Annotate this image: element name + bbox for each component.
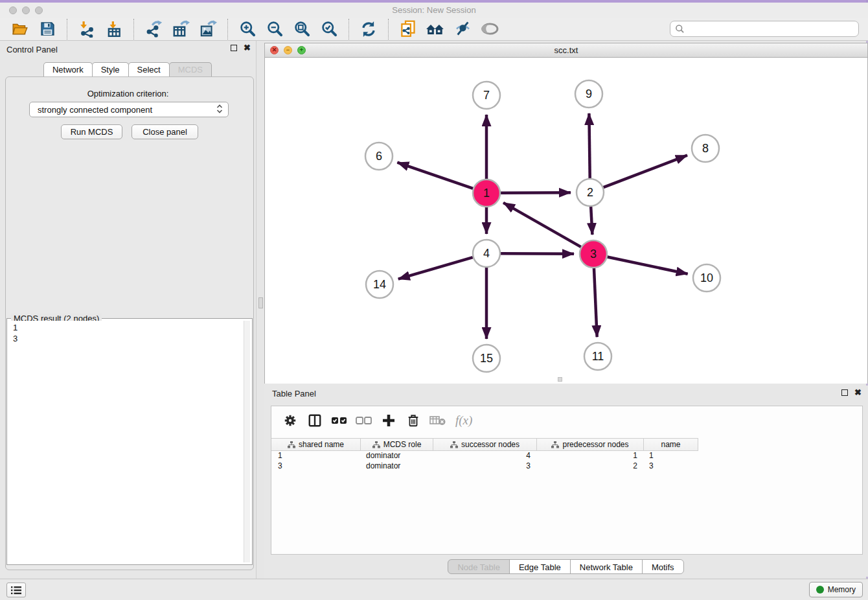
column-header-MCDS-role[interactable]: MCDS role — [361, 439, 433, 450]
graph-node-14[interactable]: 14 — [366, 271, 393, 298]
graph-node-8[interactable]: 8 — [692, 135, 719, 162]
graph-edge-3-1[interactable] — [503, 203, 581, 247]
graph-node-6[interactable]: 6 — [365, 143, 393, 170]
graph-edge-3-11[interactable] — [594, 268, 597, 337]
network-canvas[interactable]: 7968124314101511 — [265, 58, 867, 384]
table-panel-title: Table Panel — [272, 389, 316, 398]
float-table-panel-icon[interactable] — [841, 389, 848, 396]
criterion-value: strongly connected component — [38, 105, 152, 115]
column-header-predecessor-nodes[interactable]: predecessor nodes — [537, 439, 644, 450]
search-icon — [675, 24, 685, 34]
hide-graphics-eye-icon[interactable] — [453, 19, 472, 39]
application-window: Session: New Session — [0, 0, 868, 600]
copy-network-icon[interactable] — [398, 19, 418, 39]
overview-eye-icon[interactable] — [480, 19, 499, 39]
column-header-name[interactable]: name — [644, 439, 698, 450]
export-table-icon[interactable] — [171, 19, 190, 39]
tab-select[interactable]: Select — [128, 62, 170, 76]
graph-edge-2-3[interactable] — [591, 207, 592, 235]
graph-node-3[interactable]: 3 — [580, 240, 607, 268]
float-panel-icon[interactable] — [231, 45, 237, 51]
graph-node-1[interactable]: 1 — [473, 179, 500, 207]
result-scrollbar[interactable] — [244, 321, 250, 562]
import-table-icon[interactable] — [104, 19, 124, 39]
home-view-icon[interactable] — [426, 19, 445, 39]
zoom-selected-icon[interactable] — [319, 19, 339, 39]
column-header-label: successor nodes — [461, 440, 520, 449]
settings-gear-icon[interactable] — [280, 411, 300, 430]
export-image-icon[interactable] — [198, 19, 218, 39]
tab-network[interactable]: Network — [43, 62, 93, 76]
graph-node-7[interactable]: 7 — [473, 82, 500, 109]
column-header-shared-name[interactable]: shared name — [271, 439, 361, 450]
tab-motifs[interactable]: Motifs — [642, 559, 684, 574]
graph-edge-2-9[interactable] — [589, 113, 589, 178]
hierarchy-icon — [288, 441, 295, 448]
graph-edge-3-10[interactable] — [608, 257, 688, 274]
delete-table-icon[interactable] — [428, 411, 448, 430]
graph-node-2[interactable]: 2 — [577, 179, 604, 206]
zoom-out-icon[interactable] — [265, 19, 284, 39]
tab-mcds[interactable]: MCDS — [169, 62, 212, 76]
close-panel-button[interactable]: Close panel — [131, 124, 198, 139]
mcds-result-text[interactable]: 1 3 — [9, 321, 250, 562]
save-session-icon[interactable] — [38, 19, 57, 39]
select-all-checkboxes-icon[interactable] — [330, 411, 349, 430]
network-window-titlebar[interactable]: scc.txt ✕ − + — [265, 43, 867, 58]
status-bar: Memory — [0, 579, 868, 600]
add-column-icon[interactable] — [379, 411, 398, 430]
network-window-title: scc.txt — [265, 45, 867, 55]
tab-style[interactable]: Style — [92, 62, 129, 76]
open-folder-icon[interactable] — [10, 19, 30, 39]
graph-node-label: 3 — [590, 248, 597, 260]
graph-edge-4-3[interactable] — [501, 253, 574, 254]
panel-splitter[interactable] — [256, 41, 264, 579]
graph-node-9[interactable]: 9 — [575, 80, 602, 108]
close-table-panel-icon[interactable]: ✖ — [854, 389, 862, 396]
zoom-in-icon[interactable] — [238, 19, 257, 39]
table-row[interactable]: 3dominator323 — [271, 461, 862, 472]
import-network-icon[interactable] — [77, 19, 97, 39]
titlebar: Session: New Session — [0, 3, 868, 17]
task-history-button[interactable] — [6, 583, 26, 597]
graph-node-15[interactable]: 15 — [473, 345, 500, 372]
graph-node-4[interactable]: 4 — [473, 240, 500, 267]
optimization-criterion-select[interactable]: strongly connected component — [29, 102, 229, 117]
table-panel: Table Panel ✖ — [264, 386, 868, 577]
hierarchy-icon — [372, 441, 380, 448]
column-header-label: predecessor nodes — [562, 440, 628, 449]
table-cell: 3 — [644, 461, 698, 472]
table-cell: dominator — [361, 461, 433, 472]
search-box[interactable] — [670, 21, 859, 37]
splitter-handle[interactable] — [258, 297, 263, 308]
tab-network-table[interactable]: Network Table — [570, 559, 643, 574]
column-header-successor-nodes[interactable]: successor nodes — [433, 439, 537, 450]
function-builder-icon[interactable]: f(x) — [455, 413, 472, 428]
close-panel-icon[interactable]: ✖ — [244, 45, 251, 51]
graph-node-label: 11 — [592, 350, 604, 363]
graph-edge-1-6[interactable] — [397, 163, 473, 189]
hierarchy-icon — [551, 441, 559, 448]
graph-edge-2-8[interactable] — [604, 156, 687, 187]
network-graph: 7968124314101511 — [265, 58, 867, 384]
split-panel-icon[interactable] — [305, 411, 325, 430]
refresh-layout-icon[interactable] — [359, 19, 378, 39]
graph-edge-1-2[interactable] — [501, 192, 571, 193]
graph-node-label: 2 — [587, 186, 593, 199]
window-resize-handle[interactable] — [558, 377, 562, 382]
memory-button[interactable]: Memory — [809, 582, 863, 597]
zoom-fit-icon[interactable] — [292, 19, 312, 39]
run-mcds-button[interactable]: Run MCDS — [61, 124, 122, 139]
delete-column-icon[interactable] — [404, 411, 423, 430]
hierarchy-icon — [450, 441, 458, 448]
network-view-window: scc.txt ✕ − + 7968124314101511 — [264, 43, 868, 384]
export-network-icon[interactable] — [144, 19, 163, 39]
graph-edge-4-14[interactable] — [398, 257, 473, 279]
tab-node-table[interactable]: Node Table — [448, 559, 510, 574]
table-row[interactable]: 1dominator411 — [271, 451, 862, 461]
graph-node-11[interactable]: 11 — [584, 343, 611, 370]
search-input[interactable] — [685, 25, 854, 34]
graph-node-10[interactable]: 10 — [693, 264, 720, 292]
deselect-all-checkboxes-icon[interactable] — [354, 411, 374, 430]
tab-edge-table[interactable]: Edge Table — [509, 559, 571, 574]
